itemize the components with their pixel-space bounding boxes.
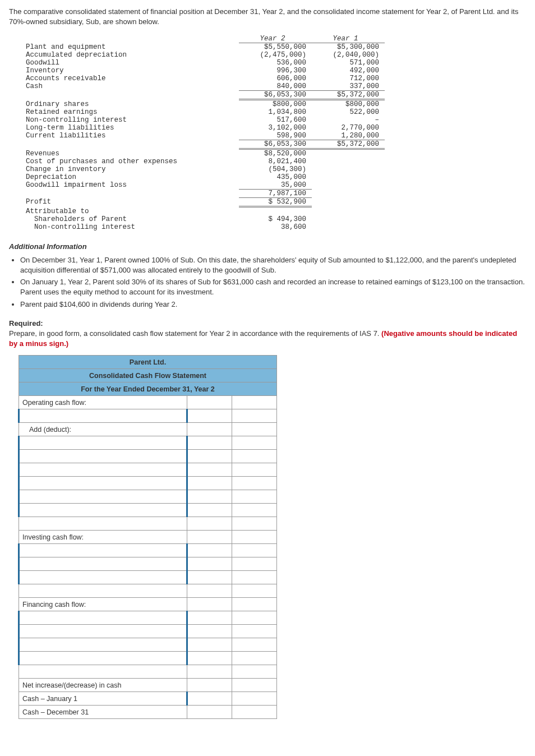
value-cell[interactable] <box>232 477 277 490</box>
value-cell[interactable] <box>232 706 277 719</box>
dropdown-cell[interactable] <box>19 611 187 625</box>
block3-sub-y2: 7,987,100 <box>239 189 312 198</box>
additional-info-heading: Additional Information <box>9 242 526 251</box>
statement-value-y2: 996,300 <box>239 67 312 75</box>
value-cell[interactable] <box>232 517 277 531</box>
add-deduct-label: Add (deduct): <box>19 423 187 436</box>
value-dropdown-cell[interactable] <box>187 625 232 638</box>
value-cell[interactable] <box>187 423 232 436</box>
value-dropdown-cell[interactable] <box>187 571 232 584</box>
dropdown-cell[interactable] <box>19 463 187 477</box>
intro-text: The comparative consolidated statement o… <box>9 7 526 27</box>
statement-value-y1: 522,000 <box>312 108 385 116</box>
additional-item: Parent paid $104,600 in dividends during… <box>20 299 526 310</box>
statement-value-y2: 536,000 <box>239 59 312 67</box>
dropdown-cell[interactable] <box>19 544 187 557</box>
value-cell[interactable] <box>232 504 277 517</box>
value-dropdown-cell[interactable] <box>187 638 232 652</box>
value-cell[interactable] <box>232 463 277 477</box>
value-cell[interactable] <box>232 692 277 706</box>
dropdown-cell[interactable] <box>19 638 187 652</box>
statement-value-y2: $8,520,000 <box>239 150 312 158</box>
dropdown-cell[interactable] <box>19 436 187 450</box>
statement-value-y1: 712,000 <box>312 75 385 82</box>
value-dropdown-cell[interactable] <box>187 477 232 490</box>
statement-label: Revenues <box>26 150 239 158</box>
value-dropdown-cell[interactable] <box>187 450 232 463</box>
value-dropdown-cell[interactable] <box>187 504 232 517</box>
value-cell[interactable] <box>187 665 232 679</box>
statement-value-y1: 1,280,000 <box>312 132 385 140</box>
statement-label: Inventory <box>26 67 239 75</box>
dropdown-cell[interactable] <box>19 504 187 517</box>
blank-row <box>19 665 187 679</box>
value-cell[interactable] <box>187 598 232 611</box>
value-cell[interactable] <box>232 611 277 625</box>
additional-item: On December 31, Year 1, Parent owned 100… <box>20 255 526 275</box>
value-cell[interactable] <box>232 625 277 638</box>
statement-label: Goodwill impairment loss <box>26 181 239 189</box>
statement-value-y1: 2,770,000 <box>312 124 385 132</box>
dropdown-cell[interactable] <box>19 557 187 571</box>
statement-label: Cost of purchases and other expenses <box>26 158 239 165</box>
dropdown-cell[interactable] <box>19 571 187 584</box>
value-dropdown-cell[interactable] <box>187 463 232 477</box>
blank-row <box>19 517 187 531</box>
value-cell[interactable] <box>232 396 277 409</box>
operating-cash-flow-label: Operating cash flow: <box>19 396 187 409</box>
statement-label: Long-term liabilities <box>26 124 239 132</box>
value-cell[interactable] <box>232 450 277 463</box>
statement-value-y2: 35,000 <box>239 181 312 189</box>
statement-value-y1: 337,000 <box>312 82 385 90</box>
required-body: Prepare, in good form, a consolidated ca… <box>9 329 526 348</box>
value-cell[interactable] <box>187 584 232 598</box>
statement-value-y1: (2,040,000) <box>312 51 385 59</box>
value-dropdown-cell[interactable] <box>187 409 232 423</box>
statement-label: Non-controlling interest <box>26 116 239 124</box>
statement-label: Depreciation <box>26 173 239 181</box>
value-cell[interactable] <box>232 436 277 450</box>
value-cell[interactable] <box>232 423 277 436</box>
value-cell[interactable] <box>232 557 277 571</box>
statement-value-y2: $ 494,300 <box>239 215 312 223</box>
dropdown-cell[interactable] <box>19 652 187 665</box>
value-cell[interactable] <box>232 665 277 679</box>
statement-value-y2: 1,034,800 <box>239 108 312 116</box>
statement-value-y2: 38,600 <box>239 223 312 231</box>
value-dropdown-cell[interactable] <box>187 436 232 450</box>
statement-value-y2: 840,000 <box>239 82 312 90</box>
dropdown-cell[interactable] <box>19 490 187 504</box>
value-dropdown-cell[interactable] <box>187 652 232 665</box>
statement-value-y2: $800,000 <box>239 100 312 108</box>
value-cell[interactable] <box>187 396 232 409</box>
value-dropdown-cell[interactable] <box>187 692 232 706</box>
value-cell[interactable] <box>232 544 277 557</box>
dropdown-cell[interactable] <box>19 625 187 638</box>
value-cell[interactable] <box>187 679 232 692</box>
value-dropdown-cell[interactable] <box>187 490 232 504</box>
value-cell[interactable] <box>232 571 277 584</box>
value-cell[interactable] <box>232 652 277 665</box>
value-cell[interactable] <box>232 490 277 504</box>
statement-label: Shareholders of Parent <box>26 215 239 223</box>
value-cell[interactable] <box>187 706 232 719</box>
value-cell[interactable] <box>232 598 277 611</box>
statement-value-y1: 571,000 <box>312 59 385 67</box>
form-header-2: Consolidated Cash Flow Statement <box>19 369 277 382</box>
value-dropdown-cell[interactable] <box>187 544 232 557</box>
dropdown-cell[interactable] <box>19 450 187 463</box>
form-header-1: Parent Ltd. <box>19 356 277 369</box>
statement-value-y1 <box>312 173 385 181</box>
value-cell[interactable] <box>232 679 277 692</box>
value-cell[interactable] <box>232 584 277 598</box>
value-dropdown-cell[interactable] <box>187 557 232 571</box>
dropdown-cell[interactable] <box>19 409 187 423</box>
value-cell[interactable] <box>232 638 277 652</box>
value-dropdown-cell[interactable] <box>187 611 232 625</box>
value-cell[interactable] <box>187 517 232 531</box>
financial-statements: Year 2 Year 1 Plant and equipment$5,550,… <box>26 35 430 231</box>
value-cell[interactable] <box>232 531 277 544</box>
dropdown-cell[interactable] <box>19 477 187 490</box>
value-cell[interactable] <box>187 531 232 544</box>
value-cell[interactable] <box>232 409 277 423</box>
